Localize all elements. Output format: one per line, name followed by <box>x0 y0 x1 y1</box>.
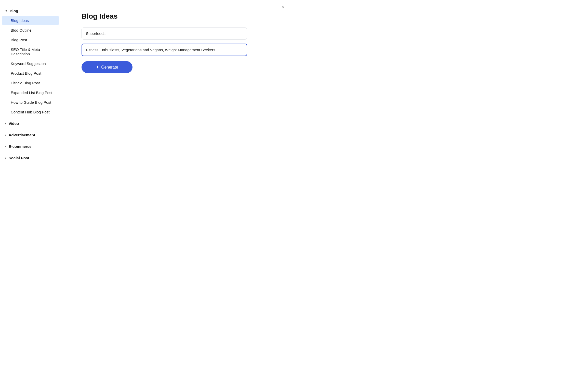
chevron-right-icon: › <box>5 156 6 160</box>
sidebar-item-label: SEO Title & Meta Description <box>11 47 40 56</box>
sidebar-item-label: How to Guide Blog Post <box>11 100 51 104</box>
sidebar-item-label: Blog Outline <box>11 28 32 32</box>
chevron-right-icon: › <box>5 134 6 137</box>
page-title: Blog Ideas <box>82 12 272 20</box>
sidebar-item-label: Content Hub Blog Post <box>11 110 50 114</box>
sidebar-category-ecommerce[interactable]: › E-commerce <box>0 142 61 151</box>
close-button[interactable]: × <box>280 4 287 11</box>
chevron-right-icon: › <box>5 122 6 125</box>
sidebar-item-expanded-list-blog-post[interactable]: Expanded List Blog Post <box>2 88 59 97</box>
sidebar-item-label: Listicle Blog Post <box>11 81 40 85</box>
sidebar-item-product-blog-post[interactable]: Product Blog Post <box>2 69 59 78</box>
topic-input[interactable] <box>82 28 247 40</box>
sidebar: ∨ Blog Blog Ideas Blog Outline Blog Post… <box>0 0 61 196</box>
sidebar-category-advertisement[interactable]: › Advertisement <box>0 130 61 140</box>
chevron-down-icon: ∨ <box>5 9 7 12</box>
sidebar-category-label: Social Post <box>9 156 29 160</box>
sidebar-item-seo-title[interactable]: SEO Title & Meta Description <box>2 45 59 59</box>
chevron-right-icon: › <box>5 145 6 148</box>
sidebar-section-ecommerce: › E-commerce <box>0 142 61 151</box>
sidebar-item-label: Expanded List Blog Post <box>11 90 52 95</box>
sidebar-item-listicle-blog-post[interactable]: Listicle Blog Post <box>2 78 59 88</box>
sidebar-item-keyword-suggestion[interactable]: Keyword Suggestion <box>2 59 59 68</box>
sidebar-item-label: Keyword Suggestion <box>11 61 46 66</box>
sidebar-item-blog-outline[interactable]: Blog Outline <box>2 25 59 35</box>
generate-button-label: Generate <box>101 65 118 70</box>
sidebar-category-blog[interactable]: ∨ Blog <box>0 6 61 16</box>
sidebar-item-blog-post[interactable]: Blog Post <box>2 35 59 45</box>
sidebar-section-social-post: › Social Post <box>0 153 61 163</box>
audience-input[interactable] <box>82 44 247 56</box>
sidebar-item-how-to-guide-blog-post[interactable]: How to Guide Blog Post <box>2 98 59 107</box>
sidebar-category-label: Video <box>9 121 19 126</box>
sidebar-category-social-post[interactable]: › Social Post <box>0 153 61 163</box>
sidebar-item-content-hub-blog-post[interactable]: Content Hub Blog Post <box>2 107 59 117</box>
sidebar-item-blog-ideas[interactable]: Blog Ideas <box>2 16 59 25</box>
sidebar-category-label: Blog <box>10 9 18 13</box>
sidebar-item-label: Product Blog Post <box>11 71 41 75</box>
generate-button[interactable]: ✦ Generate <box>82 61 132 73</box>
sparkle-icon: ✦ <box>96 65 99 70</box>
sidebar-section-blog: ∨ Blog Blog Ideas Blog Outline Blog Post… <box>0 6 61 117</box>
app-layout: ∨ Blog Blog Ideas Blog Outline Blog Post… <box>0 0 292 196</box>
sidebar-item-label: Blog Post <box>11 38 27 42</box>
sidebar-category-label: E-commerce <box>9 144 32 149</box>
sidebar-item-label: Blog Ideas <box>11 18 29 23</box>
sidebar-section-video: › Video <box>0 119 61 128</box>
main-content: Blog Ideas ✦ Generate <box>61 0 292 196</box>
sidebar-category-label: Advertisement <box>9 133 35 137</box>
sidebar-section-advertisement: › Advertisement <box>0 130 61 140</box>
sidebar-category-video[interactable]: › Video <box>0 119 61 128</box>
